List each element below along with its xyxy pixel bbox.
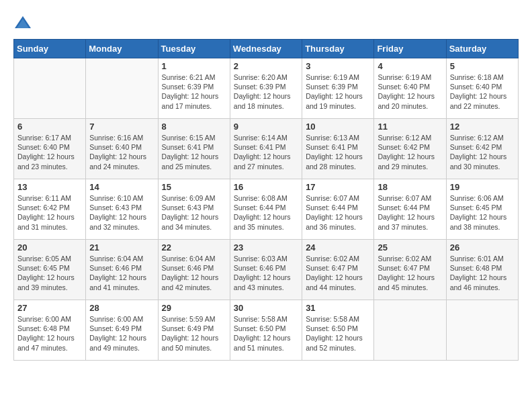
day-number: 20 (17, 242, 82, 253)
calendar-day-5: 5Sunrise: 6:18 AM Sunset: 6:40 PM Daylig… (446, 58, 518, 119)
day-number: 9 (234, 122, 298, 132)
day-info: Sunrise: 6:00 AM Sunset: 6:48 PM Dayligh… (17, 314, 82, 353)
calendar-day-27: 27Sunrise: 6:00 AM Sunset: 6:48 PM Dayli… (14, 300, 86, 361)
logo (13, 13, 35, 32)
day-info: Sunrise: 6:04 AM Sunset: 6:46 PM Dayligh… (89, 254, 154, 292)
day-info: Sunrise: 6:02 AM Sunset: 6:47 PM Dayligh… (378, 254, 442, 292)
day-number: 26 (450, 242, 515, 253)
day-info: Sunrise: 6:03 AM Sunset: 6:46 PM Dayligh… (234, 254, 298, 292)
day-number: 11 (378, 122, 442, 132)
day-info: Sunrise: 6:00 AM Sunset: 6:49 PM Dayligh… (89, 314, 154, 353)
day-number: 3 (306, 61, 370, 71)
calendar-empty-cell (446, 300, 518, 361)
day-number: 31 (306, 303, 370, 313)
day-number: 8 (162, 122, 226, 132)
calendar-day-30: 30Sunrise: 5:58 AM Sunset: 6:50 PM Dayli… (230, 300, 302, 361)
day-number: 15 (162, 182, 226, 192)
calendar-day-15: 15Sunrise: 6:09 AM Sunset: 6:43 PM Dayli… (158, 179, 230, 240)
day-number: 29 (162, 303, 226, 313)
day-number: 6 (17, 122, 82, 132)
calendar-day-9: 9Sunrise: 6:14 AM Sunset: 6:41 PM Daylig… (230, 119, 302, 179)
calendar-day-23: 23Sunrise: 6:03 AM Sunset: 6:46 PM Dayli… (230, 240, 302, 300)
calendar-day-31: 31Sunrise: 5:58 AM Sunset: 6:50 PM Dayli… (302, 300, 374, 361)
calendar-day-4: 4Sunrise: 6:19 AM Sunset: 6:40 PM Daylig… (374, 58, 446, 119)
day-info: Sunrise: 5:58 AM Sunset: 6:50 PM Dayligh… (306, 314, 370, 353)
day-number: 5 (450, 61, 515, 71)
calendar-day-1: 1Sunrise: 6:21 AM Sunset: 6:39 PM Daylig… (158, 58, 230, 119)
calendar-day-22: 22Sunrise: 6:04 AM Sunset: 6:46 PM Dayli… (158, 240, 230, 300)
day-info: Sunrise: 6:15 AM Sunset: 6:41 PM Dayligh… (162, 133, 226, 171)
weekday-header-friday: Friday (374, 40, 446, 58)
weekday-header-tuesday: Tuesday (158, 40, 230, 58)
day-info: Sunrise: 6:12 AM Sunset: 6:42 PM Dayligh… (450, 133, 515, 171)
day-info: Sunrise: 6:01 AM Sunset: 6:48 PM Dayligh… (450, 254, 515, 292)
day-info: Sunrise: 6:05 AM Sunset: 6:45 PM Dayligh… (17, 254, 82, 292)
calendar-day-2: 2Sunrise: 6:20 AM Sunset: 6:39 PM Daylig… (230, 58, 302, 119)
calendar-week-row: 13Sunrise: 6:11 AM Sunset: 6:42 PM Dayli… (14, 179, 519, 240)
day-info: Sunrise: 6:11 AM Sunset: 6:42 PM Dayligh… (17, 193, 82, 232)
calendar-day-13: 13Sunrise: 6:11 AM Sunset: 6:42 PM Dayli… (14, 179, 86, 240)
day-number: 30 (234, 303, 298, 313)
calendar-empty-cell (14, 58, 86, 119)
calendar-day-26: 26Sunrise: 6:01 AM Sunset: 6:48 PM Dayli… (446, 240, 518, 300)
day-number: 14 (89, 182, 154, 192)
day-number: 28 (89, 303, 154, 313)
calendar-day-17: 17Sunrise: 6:07 AM Sunset: 6:44 PM Dayli… (302, 179, 374, 240)
day-info: Sunrise: 6:12 AM Sunset: 6:42 PM Dayligh… (378, 133, 442, 171)
day-number: 19 (450, 182, 515, 192)
calendar-day-25: 25Sunrise: 6:02 AM Sunset: 6:47 PM Dayli… (374, 240, 446, 300)
calendar-day-7: 7Sunrise: 6:16 AM Sunset: 6:40 PM Daylig… (86, 119, 158, 179)
day-number: 18 (378, 182, 442, 192)
day-number: 2 (234, 61, 298, 71)
calendar-week-row: 6Sunrise: 6:17 AM Sunset: 6:40 PM Daylig… (14, 119, 519, 179)
day-info: Sunrise: 6:13 AM Sunset: 6:41 PM Dayligh… (306, 133, 370, 171)
calendar: SundayMondayTuesdayWednesdayThursdayFrid… (13, 39, 519, 361)
day-info: Sunrise: 6:08 AM Sunset: 6:44 PM Dayligh… (234, 193, 298, 232)
calendar-day-24: 24Sunrise: 6:02 AM Sunset: 6:47 PM Dayli… (302, 240, 374, 300)
day-info: Sunrise: 6:09 AM Sunset: 6:43 PM Dayligh… (162, 193, 226, 232)
day-number: 7 (89, 122, 154, 132)
weekday-header-monday: Monday (86, 40, 158, 58)
calendar-day-3: 3Sunrise: 6:19 AM Sunset: 6:39 PM Daylig… (302, 58, 374, 119)
day-number: 12 (450, 122, 515, 132)
day-info: Sunrise: 5:58 AM Sunset: 6:50 PM Dayligh… (234, 314, 298, 353)
day-number: 1 (162, 61, 226, 71)
day-info: Sunrise: 5:59 AM Sunset: 6:49 PM Dayligh… (162, 314, 226, 353)
calendar-day-28: 28Sunrise: 6:00 AM Sunset: 6:49 PM Dayli… (86, 300, 158, 361)
day-number: 17 (306, 182, 370, 192)
weekday-header-thursday: Thursday (302, 40, 374, 58)
day-number: 23 (234, 242, 298, 253)
day-number: 13 (17, 182, 82, 192)
day-info: Sunrise: 6:18 AM Sunset: 6:40 PM Dayligh… (450, 73, 515, 111)
calendar-day-8: 8Sunrise: 6:15 AM Sunset: 6:41 PM Daylig… (158, 119, 230, 179)
day-number: 4 (378, 61, 442, 71)
day-info: Sunrise: 6:10 AM Sunset: 6:43 PM Dayligh… (89, 193, 154, 232)
calendar-day-16: 16Sunrise: 6:08 AM Sunset: 6:44 PM Dayli… (230, 179, 302, 240)
day-number: 16 (234, 182, 298, 192)
calendar-week-row: 27Sunrise: 6:00 AM Sunset: 6:48 PM Dayli… (14, 300, 519, 361)
day-info: Sunrise: 6:16 AM Sunset: 6:40 PM Dayligh… (89, 133, 154, 171)
calendar-day-18: 18Sunrise: 6:07 AM Sunset: 6:44 PM Dayli… (374, 179, 446, 240)
day-info: Sunrise: 6:07 AM Sunset: 6:44 PM Dayligh… (378, 193, 442, 232)
day-number: 27 (17, 303, 82, 313)
calendar-day-14: 14Sunrise: 6:10 AM Sunset: 6:43 PM Dayli… (86, 179, 158, 240)
day-info: Sunrise: 6:06 AM Sunset: 6:45 PM Dayligh… (450, 193, 515, 232)
calendar-day-21: 21Sunrise: 6:04 AM Sunset: 6:46 PM Dayli… (86, 240, 158, 300)
day-info: Sunrise: 6:04 AM Sunset: 6:46 PM Dayligh… (162, 254, 226, 292)
day-info: Sunrise: 6:17 AM Sunset: 6:40 PM Dayligh… (17, 133, 82, 171)
day-number: 22 (162, 242, 226, 253)
calendar-day-10: 10Sunrise: 6:13 AM Sunset: 6:41 PM Dayli… (302, 119, 374, 179)
calendar-empty-cell (374, 300, 446, 361)
day-number: 25 (378, 242, 442, 253)
day-info: Sunrise: 6:14 AM Sunset: 6:41 PM Dayligh… (234, 133, 298, 171)
logo-icon (13, 13, 32, 32)
day-number: 24 (306, 242, 370, 253)
calendar-empty-cell (86, 58, 158, 119)
weekday-header-wednesday: Wednesday (230, 40, 302, 58)
day-info: Sunrise: 6:19 AM Sunset: 6:40 PM Dayligh… (378, 73, 442, 111)
weekday-header-row: SundayMondayTuesdayWednesdayThursdayFrid… (14, 40, 519, 58)
calendar-day-11: 11Sunrise: 6:12 AM Sunset: 6:42 PM Dayli… (374, 119, 446, 179)
calendar-day-29: 29Sunrise: 5:59 AM Sunset: 6:49 PM Dayli… (158, 300, 230, 361)
calendar-day-6: 6Sunrise: 6:17 AM Sunset: 6:40 PM Daylig… (14, 119, 86, 179)
calendar-day-12: 12Sunrise: 6:12 AM Sunset: 6:42 PM Dayli… (446, 119, 518, 179)
